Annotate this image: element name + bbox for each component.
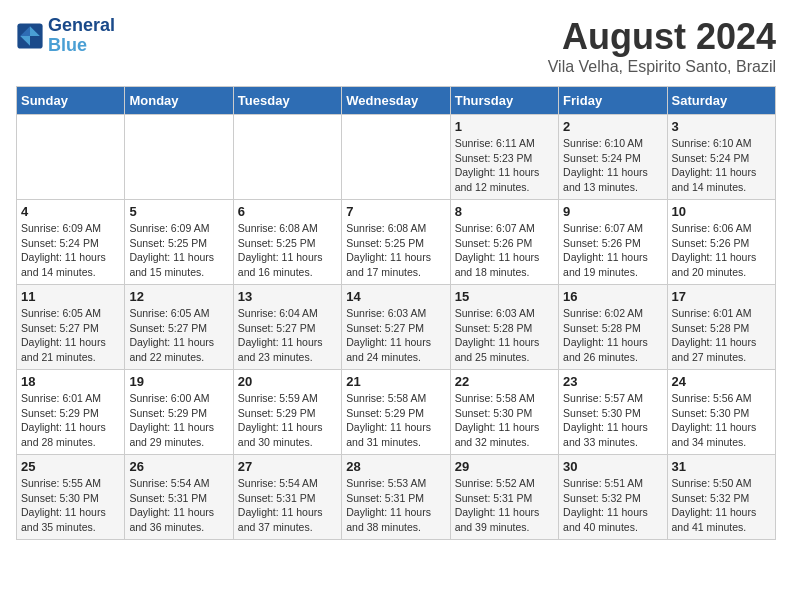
day-number: 15 [455, 289, 554, 304]
calendar-cell: 10Sunrise: 6:06 AM Sunset: 5:26 PM Dayli… [667, 200, 775, 285]
day-info: Sunrise: 6:08 AM Sunset: 5:25 PM Dayligh… [346, 221, 445, 280]
calendar-cell: 29Sunrise: 5:52 AM Sunset: 5:31 PM Dayli… [450, 455, 558, 540]
calendar-cell: 28Sunrise: 5:53 AM Sunset: 5:31 PM Dayli… [342, 455, 450, 540]
day-number: 18 [21, 374, 120, 389]
calendar-cell: 21Sunrise: 5:58 AM Sunset: 5:29 PM Dayli… [342, 370, 450, 455]
day-info: Sunrise: 6:03 AM Sunset: 5:28 PM Dayligh… [455, 306, 554, 365]
title-area: August 2024 Vila Velha, Espirito Santo, … [548, 16, 776, 76]
day-number: 23 [563, 374, 662, 389]
day-info: Sunrise: 6:04 AM Sunset: 5:27 PM Dayligh… [238, 306, 337, 365]
day-number: 29 [455, 459, 554, 474]
day-info: Sunrise: 6:03 AM Sunset: 5:27 PM Dayligh… [346, 306, 445, 365]
day-number: 25 [21, 459, 120, 474]
day-number: 19 [129, 374, 228, 389]
day-info: Sunrise: 6:01 AM Sunset: 5:29 PM Dayligh… [21, 391, 120, 450]
calendar-cell: 18Sunrise: 6:01 AM Sunset: 5:29 PM Dayli… [17, 370, 125, 455]
day-info: Sunrise: 5:57 AM Sunset: 5:30 PM Dayligh… [563, 391, 662, 450]
logo-line2: Blue [48, 36, 115, 56]
day-info: Sunrise: 5:58 AM Sunset: 5:29 PM Dayligh… [346, 391, 445, 450]
calendar-cell: 24Sunrise: 5:56 AM Sunset: 5:30 PM Dayli… [667, 370, 775, 455]
calendar-cell: 17Sunrise: 6:01 AM Sunset: 5:28 PM Dayli… [667, 285, 775, 370]
day-info: Sunrise: 6:10 AM Sunset: 5:24 PM Dayligh… [563, 136, 662, 195]
day-number: 10 [672, 204, 771, 219]
calendar-week-row: 1Sunrise: 6:11 AM Sunset: 5:23 PM Daylig… [17, 115, 776, 200]
page-subtitle: Vila Velha, Espirito Santo, Brazil [548, 58, 776, 76]
calendar-week-row: 25Sunrise: 5:55 AM Sunset: 5:30 PM Dayli… [17, 455, 776, 540]
day-number: 16 [563, 289, 662, 304]
day-info: Sunrise: 6:07 AM Sunset: 5:26 PM Dayligh… [455, 221, 554, 280]
day-info: Sunrise: 6:10 AM Sunset: 5:24 PM Dayligh… [672, 136, 771, 195]
calendar-cell: 20Sunrise: 5:59 AM Sunset: 5:29 PM Dayli… [233, 370, 341, 455]
calendar-cell: 3Sunrise: 6:10 AM Sunset: 5:24 PM Daylig… [667, 115, 775, 200]
calendar-week-row: 11Sunrise: 6:05 AM Sunset: 5:27 PM Dayli… [17, 285, 776, 370]
day-number: 28 [346, 459, 445, 474]
calendar-cell: 13Sunrise: 6:04 AM Sunset: 5:27 PM Dayli… [233, 285, 341, 370]
header: General Blue August 2024 Vila Velha, Esp… [16, 16, 776, 76]
logo-icon [16, 22, 44, 50]
day-number: 3 [672, 119, 771, 134]
calendar-cell: 12Sunrise: 6:05 AM Sunset: 5:27 PM Dayli… [125, 285, 233, 370]
calendar-cell: 22Sunrise: 5:58 AM Sunset: 5:30 PM Dayli… [450, 370, 558, 455]
day-info: Sunrise: 5:54 AM Sunset: 5:31 PM Dayligh… [129, 476, 228, 535]
calendar-cell: 26Sunrise: 5:54 AM Sunset: 5:31 PM Dayli… [125, 455, 233, 540]
day-number: 27 [238, 459, 337, 474]
day-info: Sunrise: 6:06 AM Sunset: 5:26 PM Dayligh… [672, 221, 771, 280]
calendar-cell [342, 115, 450, 200]
calendar-cell: 30Sunrise: 5:51 AM Sunset: 5:32 PM Dayli… [559, 455, 667, 540]
calendar-cell: 31Sunrise: 5:50 AM Sunset: 5:32 PM Dayli… [667, 455, 775, 540]
logo: General Blue [16, 16, 115, 56]
day-info: Sunrise: 6:09 AM Sunset: 5:25 PM Dayligh… [129, 221, 228, 280]
day-number: 13 [238, 289, 337, 304]
calendar-cell: 27Sunrise: 5:54 AM Sunset: 5:31 PM Dayli… [233, 455, 341, 540]
calendar-cell: 14Sunrise: 6:03 AM Sunset: 5:27 PM Dayli… [342, 285, 450, 370]
calendar-cell: 15Sunrise: 6:03 AM Sunset: 5:28 PM Dayli… [450, 285, 558, 370]
day-number: 22 [455, 374, 554, 389]
calendar-cell: 2Sunrise: 6:10 AM Sunset: 5:24 PM Daylig… [559, 115, 667, 200]
day-number: 31 [672, 459, 771, 474]
day-info: Sunrise: 5:51 AM Sunset: 5:32 PM Dayligh… [563, 476, 662, 535]
weekday-header: Friday [559, 87, 667, 115]
calendar-cell: 25Sunrise: 5:55 AM Sunset: 5:30 PM Dayli… [17, 455, 125, 540]
calendar-cell [125, 115, 233, 200]
calendar-cell [233, 115, 341, 200]
calendar-cell: 16Sunrise: 6:02 AM Sunset: 5:28 PM Dayli… [559, 285, 667, 370]
day-number: 8 [455, 204, 554, 219]
day-info: Sunrise: 6:09 AM Sunset: 5:24 PM Dayligh… [21, 221, 120, 280]
calendar-cell: 1Sunrise: 6:11 AM Sunset: 5:23 PM Daylig… [450, 115, 558, 200]
day-info: Sunrise: 5:53 AM Sunset: 5:31 PM Dayligh… [346, 476, 445, 535]
weekday-header: Saturday [667, 87, 775, 115]
day-info: Sunrise: 6:05 AM Sunset: 5:27 PM Dayligh… [21, 306, 120, 365]
calendar-cell: 8Sunrise: 6:07 AM Sunset: 5:26 PM Daylig… [450, 200, 558, 285]
day-number: 4 [21, 204, 120, 219]
day-number: 1 [455, 119, 554, 134]
day-info: Sunrise: 5:59 AM Sunset: 5:29 PM Dayligh… [238, 391, 337, 450]
day-number: 26 [129, 459, 228, 474]
day-number: 30 [563, 459, 662, 474]
day-number: 21 [346, 374, 445, 389]
calendar-cell: 23Sunrise: 5:57 AM Sunset: 5:30 PM Dayli… [559, 370, 667, 455]
day-info: Sunrise: 6:05 AM Sunset: 5:27 PM Dayligh… [129, 306, 228, 365]
day-number: 12 [129, 289, 228, 304]
calendar-cell: 5Sunrise: 6:09 AM Sunset: 5:25 PM Daylig… [125, 200, 233, 285]
day-info: Sunrise: 5:52 AM Sunset: 5:31 PM Dayligh… [455, 476, 554, 535]
day-number: 24 [672, 374, 771, 389]
logo-line1: General [48, 16, 115, 36]
day-info: Sunrise: 6:07 AM Sunset: 5:26 PM Dayligh… [563, 221, 662, 280]
day-info: Sunrise: 5:56 AM Sunset: 5:30 PM Dayligh… [672, 391, 771, 450]
calendar-cell: 9Sunrise: 6:07 AM Sunset: 5:26 PM Daylig… [559, 200, 667, 285]
weekday-header: Wednesday [342, 87, 450, 115]
calendar-cell: 11Sunrise: 6:05 AM Sunset: 5:27 PM Dayli… [17, 285, 125, 370]
day-number: 5 [129, 204, 228, 219]
day-info: Sunrise: 6:08 AM Sunset: 5:25 PM Dayligh… [238, 221, 337, 280]
day-number: 20 [238, 374, 337, 389]
day-info: Sunrise: 5:58 AM Sunset: 5:30 PM Dayligh… [455, 391, 554, 450]
day-info: Sunrise: 6:01 AM Sunset: 5:28 PM Dayligh… [672, 306, 771, 365]
calendar-cell: 4Sunrise: 6:09 AM Sunset: 5:24 PM Daylig… [17, 200, 125, 285]
calendar-week-row: 18Sunrise: 6:01 AM Sunset: 5:29 PM Dayli… [17, 370, 776, 455]
weekday-header: Tuesday [233, 87, 341, 115]
calendar-cell: 7Sunrise: 6:08 AM Sunset: 5:25 PM Daylig… [342, 200, 450, 285]
day-number: 11 [21, 289, 120, 304]
day-info: Sunrise: 5:50 AM Sunset: 5:32 PM Dayligh… [672, 476, 771, 535]
day-info: Sunrise: 6:00 AM Sunset: 5:29 PM Dayligh… [129, 391, 228, 450]
day-info: Sunrise: 6:11 AM Sunset: 5:23 PM Dayligh… [455, 136, 554, 195]
